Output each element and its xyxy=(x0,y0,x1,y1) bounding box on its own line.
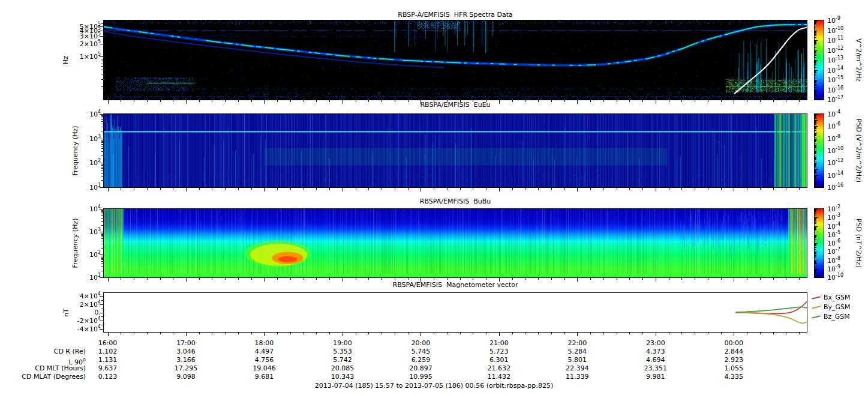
colorbar-minor-tick xyxy=(815,90,816,91)
x-axis-tick xyxy=(786,100,786,102)
colorbar-minor-tick xyxy=(815,41,816,42)
eueu-plot xyxy=(103,113,807,188)
x-axis-tick xyxy=(121,278,121,280)
x-axis-tick xyxy=(747,100,747,102)
colorbar-minor-tick xyxy=(815,71,816,71)
colorbar-minor-tick xyxy=(815,141,816,142)
x-axis-tick xyxy=(669,278,669,280)
x-axis-tick xyxy=(225,100,226,102)
colorbar-minor-tick xyxy=(815,223,816,224)
ephemeris-value: 22.394 xyxy=(560,364,594,372)
colorbar-minor-tick xyxy=(815,175,816,176)
colorbar-minor-tick xyxy=(815,32,816,33)
colorbar-minor-tick xyxy=(815,158,816,158)
x-axis-tick xyxy=(473,188,473,190)
x-axis-tick xyxy=(277,278,278,280)
colorbar-tick-label: 10-8 xyxy=(827,256,840,265)
x-axis-tick xyxy=(316,278,317,280)
panel-title-magnetometer: RBSPA/EMFISIS Magnetometer vector xyxy=(104,281,807,289)
colorbar-minor-tick xyxy=(815,21,816,22)
colorbar-minor-tick xyxy=(815,47,816,48)
x-axis-tick xyxy=(434,188,434,190)
x-axis-tick xyxy=(356,100,356,102)
y-tick-label: 101 xyxy=(61,273,101,282)
x-axis-tick xyxy=(786,278,786,280)
colorbar-minor-tick xyxy=(815,246,816,246)
x-axis-tick xyxy=(721,188,722,190)
colorbar-minor-tick xyxy=(815,123,816,124)
colorbar-minor-tick xyxy=(815,236,816,237)
colorbar-minor-tick xyxy=(815,247,816,248)
colorbar-minor-tick xyxy=(815,142,816,142)
x-axis-tick xyxy=(395,188,395,190)
y-axis-minor-tick xyxy=(101,164,103,164)
colorbar-minor-tick xyxy=(815,235,816,236)
y-axis-minor-tick xyxy=(101,233,103,234)
y-axis-minor-tick xyxy=(101,79,103,80)
x-axis-tick xyxy=(525,188,525,190)
y-axis-minor-tick xyxy=(101,244,103,244)
y-axis-minor-tick xyxy=(101,118,103,118)
colorbar-minor-tick xyxy=(815,130,816,130)
colorbar-minor-tick xyxy=(815,159,816,160)
y-axis-minor-tick xyxy=(101,173,103,173)
x-axis-tick xyxy=(486,188,486,190)
colorbar-minor-tick xyxy=(815,143,816,143)
colorbar-minor-tick xyxy=(815,258,816,258)
colorbar-minor-tick xyxy=(815,140,816,141)
x-axis-tick xyxy=(251,188,252,190)
colorbar-tick-label: 10-4 xyxy=(827,110,840,118)
y-axis-minor-tick xyxy=(101,115,103,116)
colorbar-minor-tick xyxy=(815,75,816,76)
colorbar-minor-tick xyxy=(815,211,816,212)
x-axis-tick xyxy=(264,188,265,191)
ephemeris-value: 5.284 xyxy=(560,348,594,355)
colorbar-minor-tick xyxy=(815,176,816,177)
y-tick-label: 104 xyxy=(61,205,101,213)
colorbar-minor-tick xyxy=(815,50,816,51)
colorbar-minor-tick xyxy=(815,161,816,161)
ephemeris-value: 5.723 xyxy=(482,348,516,355)
colorbar-minor-tick xyxy=(815,65,816,66)
colorbar-minor-tick xyxy=(815,210,816,210)
x-axis-tick xyxy=(799,188,800,190)
colorbar-tick-label: 10-10 xyxy=(827,146,843,155)
x-axis-tick xyxy=(656,188,656,191)
colorbar-minor-tick xyxy=(815,122,816,122)
colorbar-minor-tick xyxy=(815,229,816,230)
colorbar-minor-tick xyxy=(815,83,816,83)
x-axis-tick xyxy=(564,188,565,190)
x-axis-tick xyxy=(147,333,148,334)
colorbar-minor-tick xyxy=(815,182,816,182)
x-axis-tick xyxy=(617,100,617,102)
x-axis-tick xyxy=(564,100,565,102)
ephemeris-value: 4.694 xyxy=(639,356,672,364)
colorbar-minor-tick xyxy=(815,118,816,119)
colorbar-minor-tick xyxy=(815,235,816,235)
x-axis-tick xyxy=(708,278,708,280)
x-axis-tick xyxy=(395,333,395,334)
colorbar-minor-tick xyxy=(815,52,816,53)
colorbar-minor-tick xyxy=(815,227,816,228)
colorbar-minor-tick xyxy=(815,232,816,232)
colorbar-minor-tick xyxy=(815,121,816,122)
colorbar-minor-tick xyxy=(815,91,816,91)
ephemeris-value: 5.353 xyxy=(326,348,359,355)
colorbar-tick xyxy=(815,187,818,188)
x-axis-tick xyxy=(421,188,421,191)
x-axis-tick xyxy=(617,278,617,280)
x-axis-tick xyxy=(747,278,747,280)
colorbar-minor-tick xyxy=(815,140,816,140)
x-axis-tick xyxy=(577,333,578,336)
colorbar-minor-tick xyxy=(815,211,816,211)
colorbar-minor-tick xyxy=(815,271,816,271)
colorbar-tick-label: 10-8 xyxy=(827,134,840,143)
x-axis-tick xyxy=(121,188,121,190)
x-axis-tick xyxy=(786,188,786,190)
x-axis-tick xyxy=(734,333,734,336)
x-axis-tick xyxy=(564,333,565,334)
ephemeris-value: 20.085 xyxy=(326,364,359,372)
y-axis-minor-tick xyxy=(101,142,103,143)
colorbar-minor-tick xyxy=(815,210,816,211)
colorbar-minor-tick xyxy=(815,62,816,62)
